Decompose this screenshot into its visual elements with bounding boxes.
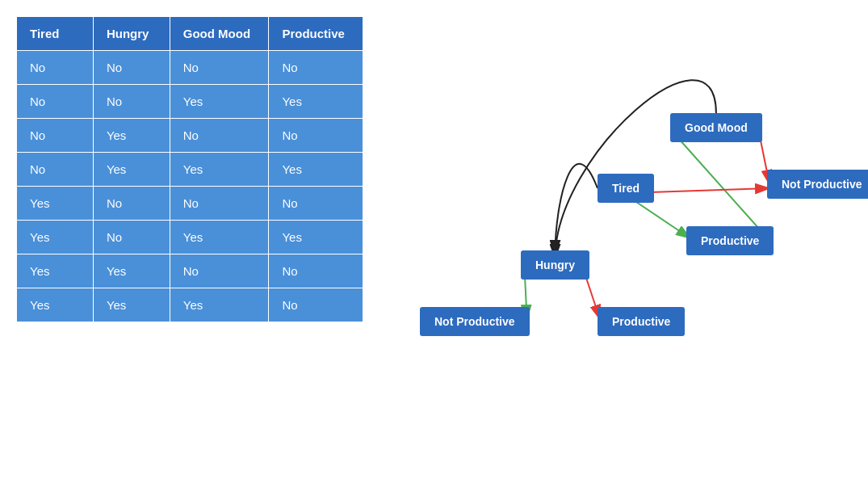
table-cell: Yes	[170, 85, 269, 119]
table-cell: Yes	[17, 187, 94, 221]
table-row: YesNoNoNo	[17, 187, 363, 221]
table-cell: No	[269, 51, 363, 85]
table-cell: Yes	[93, 288, 170, 322]
table-cell: Yes	[93, 153, 170, 187]
col-header-good-mood: Good Mood	[170, 17, 269, 51]
decision-tree-diagram: Good Mood Tired Not Productive Productiv…	[396, 16, 852, 477]
table-cell: Yes	[93, 119, 170, 153]
table-cell: Yes	[17, 254, 94, 288]
table-cell: No	[17, 153, 94, 187]
table-cell: No	[269, 288, 363, 322]
col-header-hungry: Hungry	[93, 17, 170, 51]
table-cell: No	[170, 187, 269, 221]
table-cell: Yes	[170, 288, 269, 322]
table-cell: Yes	[93, 254, 170, 288]
table-cell: Yes	[170, 153, 269, 187]
table-cell: Yes	[269, 221, 363, 254]
table-cell: No	[170, 119, 269, 153]
table-cell: No	[93, 51, 170, 85]
table-cell: Yes	[269, 153, 363, 187]
decision-table: Tired Hungry Good Mood Productive NoNoNo…	[16, 16, 363, 322]
table-cell: No	[17, 119, 94, 153]
svg-line-6	[634, 200, 690, 238]
table-row: NoNoYesYes	[17, 85, 363, 119]
table-cell: No	[269, 187, 363, 221]
table-cell: Yes	[17, 288, 94, 322]
table-cell: No	[93, 221, 170, 254]
node-hungry: Hungry	[521, 250, 589, 280]
node-not-productive-top: Not Productive	[767, 170, 868, 199]
table-cell: No	[269, 119, 363, 153]
col-header-productive: Productive	[269, 17, 363, 51]
node-tired: Tired	[598, 174, 654, 203]
table-cell: No	[93, 85, 170, 119]
node-not-productive-bot: Not Productive	[420, 307, 530, 336]
table-cell: No	[269, 254, 363, 288]
table-cell: Yes	[269, 85, 363, 119]
table-cell: No	[170, 254, 269, 288]
col-header-tired: Tired	[17, 17, 94, 51]
table-row: NoNoNoNo	[17, 51, 363, 85]
table-row: YesYesYesNo	[17, 288, 363, 322]
svg-line-5	[650, 188, 769, 192]
table-row: YesNoYesYes	[17, 221, 363, 254]
table-row: NoYesYesYes	[17, 153, 363, 187]
table-cell: Yes	[170, 221, 269, 254]
table-cell: No	[17, 85, 94, 119]
node-productive-bot: Productive	[598, 307, 685, 336]
node-good-mood: Good Mood	[670, 113, 762, 142]
table-cell: No	[93, 187, 170, 221]
table-cell: No	[170, 51, 269, 85]
table-row: YesYesNoNo	[17, 254, 363, 288]
node-productive-top: Productive	[686, 226, 774, 255]
table-cell: No	[17, 51, 94, 85]
table-cell: Yes	[17, 221, 94, 254]
table-row: NoYesNoNo	[17, 119, 363, 153]
